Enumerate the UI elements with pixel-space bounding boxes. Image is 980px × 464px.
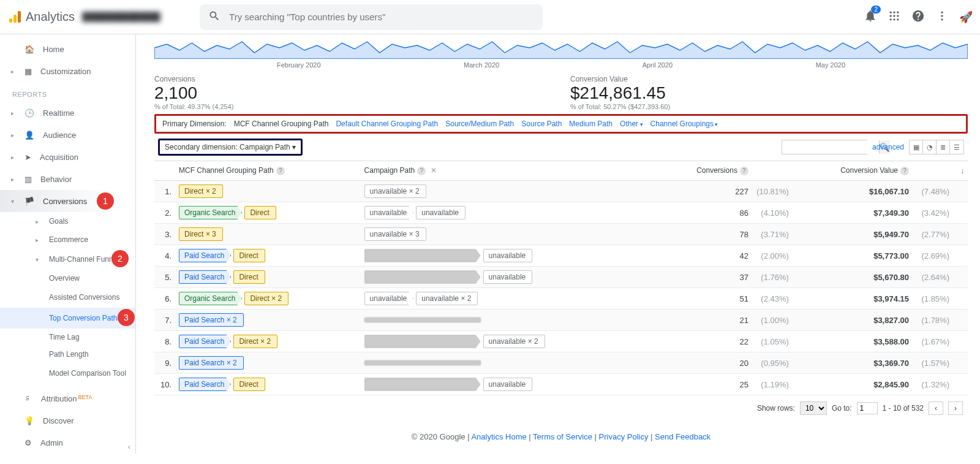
conv-pct: (1.05%) [752, 331, 793, 352]
campaign-path: unavailable [361, 245, 658, 267]
analytics-logo[interactable]: Analytics [7, 10, 75, 25]
mcf-path: Direct × 3 [175, 224, 361, 245]
table-search[interactable]: 🔍 [782, 140, 867, 154]
help-icon[interactable] [911, 9, 925, 25]
help-icon[interactable]: ? [900, 167, 909, 175]
next-page-button[interactable]: › [948, 401, 963, 415]
table-row[interactable]: 4. Paid SearchDirect unavailable 42 (2.0… [154, 245, 968, 267]
primary-dim-active[interactable]: MCF Channel Grouping Path [234, 120, 329, 128]
path-chip-direct: Direct × 2 [179, 184, 223, 198]
footer-feedback[interactable]: Send Feedback [655, 432, 710, 441]
nav-discover[interactable]: 💡Discover [0, 409, 135, 432]
conv-value: $3,827.00 [793, 310, 913, 331]
help-icon[interactable]: ? [417, 167, 426, 175]
col-mcf[interactable]: MCF Channel Grouping Path? [175, 161, 361, 181]
help-icon[interactable]: ? [740, 167, 748, 175]
gear-icon: ⚙ [24, 438, 32, 447]
dim-source-medium[interactable]: Source/Medium Path [445, 120, 514, 128]
table-row[interactable]: 6. Organic SearchDirect × 2 unavailableu… [154, 288, 968, 310]
rows-select[interactable]: 10 [800, 401, 827, 415]
advanced-link[interactable]: advanced [872, 143, 904, 151]
collapse-sidebar-icon[interactable]: ‹ [128, 442, 130, 451]
search-box[interactable] [200, 4, 543, 30]
nav-audience[interactable]: ▸👤Audience [0, 124, 135, 146]
prev-page-button[interactable]: ‹ [929, 401, 943, 415]
search-input[interactable] [229, 12, 534, 22]
nav-path-length[interactable]: Path Length [49, 346, 135, 363]
table-row[interactable]: 7. Paid Search × 2 21 (1.00%) $3,827.00 … [154, 310, 968, 331]
nav-goals-label: Goals [49, 217, 68, 226]
nav-admin[interactable]: ⚙Admin [0, 432, 135, 454]
timeline-chart[interactable] [154, 37, 968, 61]
svg-point-6 [890, 15, 892, 17]
nav-discover-label: Discover [43, 416, 74, 425]
col-conversions[interactable]: Conversions? [658, 161, 752, 181]
value-pct: (1.32%) [913, 374, 953, 395]
table-row[interactable]: 5. Paid SearchDirect unavailable 37 (1.7… [154, 267, 968, 288]
path-chip-unavail: unavailable × 2 [364, 184, 426, 198]
value-pct: (1.57%) [913, 352, 953, 374]
remove-column-icon[interactable]: ✕ [431, 166, 437, 175]
col-value[interactable]: Conversion Value? [793, 161, 913, 181]
nav-behavior[interactable]: ▸▥Behavior [0, 168, 135, 190]
view-compare-icon[interactable]: ☰ [950, 140, 963, 154]
table-row[interactable]: 1. Direct × 2 unavailable × 2 227 (10.81… [154, 181, 968, 202]
table-row[interactable]: 2. Organic SearchDirect unavailableunava… [154, 202, 968, 224]
mcf-path: Paid SearchDirect [175, 245, 361, 267]
download-icon[interactable]: ↓ [960, 167, 964, 175]
view-table-icon[interactable]: ▦ [910, 140, 923, 154]
value-pct: (2.69%) [913, 245, 953, 267]
path-chip-direct: Direct [233, 249, 265, 262]
dim-source[interactable]: Source Path [521, 120, 562, 128]
more-icon[interactable] [936, 10, 948, 24]
dim-other[interactable]: Other [620, 120, 643, 128]
dim-default-channel[interactable]: Default Channel Grouping Path [336, 120, 438, 128]
dim-medium[interactable]: Medium Path [569, 120, 612, 128]
bell-icon[interactable]: 2 [864, 9, 877, 25]
nav-home[interactable]: 🏠Home [0, 38, 135, 60]
table-search-input[interactable] [782, 140, 879, 154]
nav-ecommerce[interactable]: ▸Ecommerce [36, 230, 135, 249]
table-row[interactable]: 3. Direct × 3 unavailable × 3 78 (3.71%)… [154, 224, 968, 245]
table-row[interactable]: 9. Paid Search × 2 20 (0.95%) $3,369.70 … [154, 352, 968, 374]
goto-input[interactable] [857, 402, 878, 414]
path-chip-unavail: unavailable × 2 [483, 335, 545, 348]
campaign-path: unavailable [361, 267, 658, 288]
nav-top-paths[interactable]: Top Conversion Paths [0, 308, 135, 329]
footer-home[interactable]: Analytics Home [471, 432, 526, 441]
nav-overview[interactable]: Overview [49, 270, 135, 287]
account-selector[interactable]: ████████████ [82, 12, 192, 22]
footer-privacy[interactable]: Privacy Policy [599, 432, 649, 441]
campaign-path [361, 310, 658, 331]
view-pie-icon[interactable]: ◔ [923, 140, 937, 154]
nav-attribution[interactable]: ಽAttributionBETA [0, 387, 135, 409]
view-bar-icon[interactable]: ≣ [937, 140, 950, 154]
top-icons: 2 🚀 [864, 9, 973, 25]
value-pct: (2.77%) [913, 224, 953, 245]
nav-model-comp[interactable]: Model Comparison Tool [49, 363, 135, 384]
conv-pct: (1.19%) [752, 374, 793, 395]
help-icon[interactable]: ? [276, 167, 285, 175]
nav-realtime[interactable]: ▸🕒Realtime [0, 102, 135, 124]
path-chip-unavail: unavailable [416, 206, 466, 219]
notification-badge: 2 [871, 6, 881, 13]
mcf-path: Direct × 2 [175, 181, 361, 202]
rocket-icon[interactable]: 🚀 [959, 10, 973, 24]
apps-icon[interactable] [888, 10, 900, 24]
nav-customization[interactable]: ▸▦Customization [0, 60, 135, 82]
nav-acquisition[interactable]: ▸➤Acquisition [0, 146, 135, 168]
secondary-dimension[interactable]: Secondary dimension: Campaign Path ▾ [158, 139, 303, 156]
table-row[interactable]: 10. Paid SearchDirect unavailable 25 (1.… [154, 374, 968, 395]
footer-tos[interactable]: Terms of Service [533, 432, 592, 441]
nav-goals[interactable]: ▸Goals [36, 212, 135, 230]
nav-conversions[interactable]: ▾🏴Conversions [0, 190, 135, 212]
dashboard-icon: ▦ [24, 67, 32, 76]
table-row[interactable]: 8. Paid SearchDirect × 2 unavailable × 2… [154, 331, 968, 352]
nav-admin-label: Admin [40, 438, 63, 447]
conv-value: $3,588.00 [793, 331, 913, 352]
col-campaign[interactable]: Campaign Path?✕ [361, 161, 658, 181]
nav-assisted[interactable]: Assisted Conversions [49, 287, 135, 308]
dim-channel-groupings[interactable]: Channel Groupings [650, 120, 718, 128]
nav-time-lag[interactable]: Time Lag [49, 329, 135, 346]
conv-value: $16,067.10 [793, 181, 913, 202]
